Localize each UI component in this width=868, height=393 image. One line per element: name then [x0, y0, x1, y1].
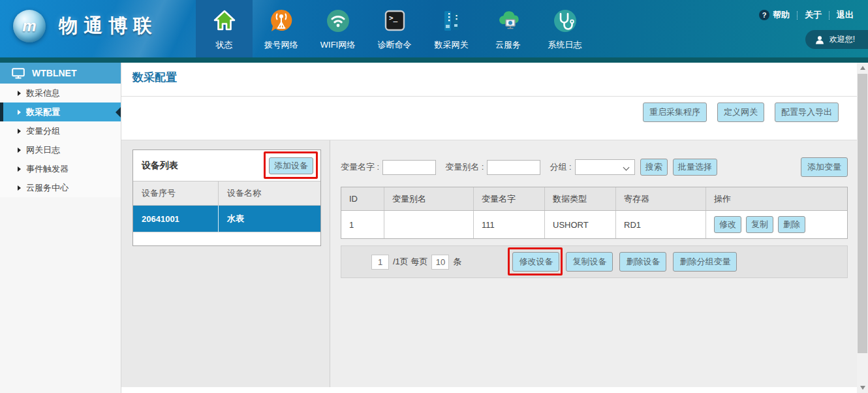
add-device-button[interactable]: 添加设备: [269, 157, 313, 174]
caret-right-icon: [18, 110, 21, 115]
caret-right-icon: [18, 148, 21, 153]
home-icon: [211, 7, 238, 35]
monitor-icon: [12, 68, 25, 79]
device-table-empty-row: [133, 232, 320, 245]
top-nav: 状态 拨号网络 WIFI网络 >_ 诊断命令 数采网关: [196, 0, 593, 57]
variable-row-actions: 修改 复制 删除: [706, 211, 847, 238]
scrollbar-thumb[interactable]: [858, 74, 867, 353]
pagination-bar: /1页 每页 条 修改设备 复制设备 删除设备 删除分组变量: [341, 245, 848, 278]
variable-alias-input[interactable]: [487, 160, 540, 175]
sidebar-item-variable-groups[interactable]: 变量分组: [0, 121, 121, 140]
device-list-header: 设备列表 添加设备: [133, 150, 320, 181]
device-action-buttons: 修改设备 复制设备 删除设备 删除分组变量: [512, 252, 737, 272]
nav-tab-diagnostic-command[interactable]: >_ 诊断命令: [366, 0, 423, 57]
nav-tab-wifi-network[interactable]: WIFI网络: [309, 0, 366, 57]
nav-tab-dialup-network[interactable]: 拨号网络: [253, 0, 309, 57]
page-size-suffix-label: 条: [453, 256, 461, 268]
scrollbar-down-arrow-icon[interactable]: [857, 383, 868, 393]
dialup-network-icon: [268, 7, 295, 35]
delete-group-variables-button[interactable]: 删除分组变量: [673, 252, 737, 272]
app-header: m 物通博联 状态 拨号网络 WIFI网络 >_ 诊断命令: [0, 0, 868, 63]
sidebar-item-cloud-center[interactable]: 云服务中心: [0, 178, 121, 197]
device-table-row-selected[interactable]: 20641001 水表: [133, 206, 320, 232]
variables-table-header: ID 变量别名 变量名字 数据类型 寄存器 操作: [341, 187, 847, 211]
vertical-scrollbar: [857, 63, 868, 393]
brand-name: 物通博联: [59, 13, 158, 39]
variable-table-row: 1 111 USHORT RD1 修改 复制 删除: [341, 211, 847, 238]
header-links: ? 帮助 关于 退出: [759, 9, 854, 21]
actions-column-header: 操作: [706, 187, 847, 210]
search-button[interactable]: 搜索: [640, 159, 668, 176]
page-number-input[interactable]: [371, 255, 389, 270]
delete-device-button[interactable]: 删除设备: [619, 252, 666, 272]
welcome-user-badge[interactable]: 欢迎您!: [805, 30, 868, 49]
group-label: 分组 :: [550, 161, 571, 173]
caret-right-icon: [18, 185, 21, 191]
nav-tab-data-gateway[interactable]: 数采网关: [423, 0, 480, 57]
header-bottom-strip: [0, 57, 868, 63]
copy-device-button[interactable]: 复制设备: [566, 252, 613, 272]
help-icon: ?: [759, 10, 769, 20]
device-table-header: 设备序号 设备名称: [133, 181, 320, 206]
sidebar-device-header: WTBLNET: [0, 63, 121, 84]
id-column-header: ID: [341, 187, 384, 210]
batch-select-button[interactable]: 批量选择: [673, 159, 717, 176]
nav-tab-system-log[interactable]: 系统日志: [536, 0, 593, 57]
main-content: 数采配置 重启采集程序 定义网关 配置导入导出 设备列表 添加设备 设备序号 设…: [121, 63, 857, 393]
modify-device-button[interactable]: 修改设备: [512, 252, 559, 272]
nav-tab-cloud-service[interactable]: 云服务: [480, 0, 536, 57]
page-suffix-label: /1页 每页: [393, 256, 427, 268]
copy-row-button[interactable]: 复制: [746, 216, 773, 233]
add-variable-button[interactable]: 添加变量: [801, 157, 848, 177]
group-select[interactable]: [575, 159, 635, 175]
sidebar: WTBLNET 状态 网关 数采信息 数采配置 变量分组 网关日志 事件触发器 …: [0, 63, 121, 393]
svg-text:>_: >_: [389, 14, 398, 22]
variable-name-label: 变量名字 :: [341, 161, 379, 173]
sidebar-item-event-trigger[interactable]: 事件触发器: [0, 159, 121, 178]
delete-row-button[interactable]: 删除: [778, 216, 805, 233]
syslog-icon: [551, 7, 579, 35]
alias-column-header: 变量别名: [384, 187, 474, 210]
terminal-icon: >_: [381, 7, 409, 35]
variable-name-value: 111: [474, 211, 545, 238]
logout-link[interactable]: 退出: [837, 9, 854, 21]
gateway-icon: [438, 7, 465, 35]
device-name-value: 水表: [219, 213, 244, 225]
config-import-export-button[interactable]: 配置导入导出: [775, 102, 839, 122]
sidebar-item-data-collection-config[interactable]: 数采配置: [0, 102, 121, 121]
wifi-icon: [324, 7, 352, 35]
variable-register-value: RD1: [616, 211, 706, 238]
variable-id-value: 1: [341, 211, 384, 238]
sidebar-item-data-collection-info[interactable]: 数采信息: [0, 84, 121, 102]
title-divider: [121, 96, 857, 97]
variable-name-input[interactable]: [382, 160, 436, 175]
restart-collector-button[interactable]: 重启采集程序: [643, 102, 707, 122]
about-link[interactable]: 关于: [805, 9, 822, 21]
caret-right-icon: [18, 91, 21, 96]
name-column-header: 变量名字: [474, 187, 545, 210]
page-title: 数采配置: [132, 70, 177, 85]
nav-tab-status[interactable]: 状态: [196, 0, 253, 57]
device-name-column-header: 设备名称: [219, 187, 261, 199]
datatype-column-header: 数据类型: [545, 187, 616, 210]
link-separator: [829, 11, 829, 20]
workspace: 设备列表 添加设备 设备序号 设备名称 20641001 水表: [121, 140, 857, 386]
variable-filter-row: 变量名字 : 变量别名 : 分组 : 搜索 批量选择 添加变量: [341, 157, 848, 177]
scrollbar-up-arrow-icon[interactable]: [857, 63, 868, 73]
help-link[interactable]: ? 帮助: [759, 9, 790, 21]
globe-logo-icon: m: [13, 10, 46, 42]
page-size-input[interactable]: [431, 255, 449, 270]
device-serial-column-header: 设备序号: [133, 181, 219, 205]
sidebar-item-gateway-log[interactable]: 网关日志: [0, 140, 121, 159]
page-toolbar: 重启采集程序 定义网关 配置导入导出: [643, 102, 839, 122]
device-list-panel: 设备列表 添加设备 设备序号 设备名称 20641001 水表: [121, 140, 330, 387]
variable-datatype-value: USHORT: [545, 211, 616, 238]
caret-right-icon: [18, 166, 21, 172]
define-gateway-button[interactable]: 定义网关: [717, 102, 764, 122]
variables-panel: 变量名字 : 变量别名 : 分组 : 搜索 批量选择 添加变量 ID 变量别名: [330, 140, 857, 387]
register-column-header: 寄存器: [616, 187, 706, 210]
device-serial-value: 20641001: [133, 206, 219, 232]
variables-table: ID 变量别名 变量名字 数据类型 寄存器 操作 1 111 USHORT RD…: [341, 187, 848, 239]
modify-row-button[interactable]: 修改: [714, 216, 741, 233]
cloud-service-icon: [495, 7, 522, 35]
